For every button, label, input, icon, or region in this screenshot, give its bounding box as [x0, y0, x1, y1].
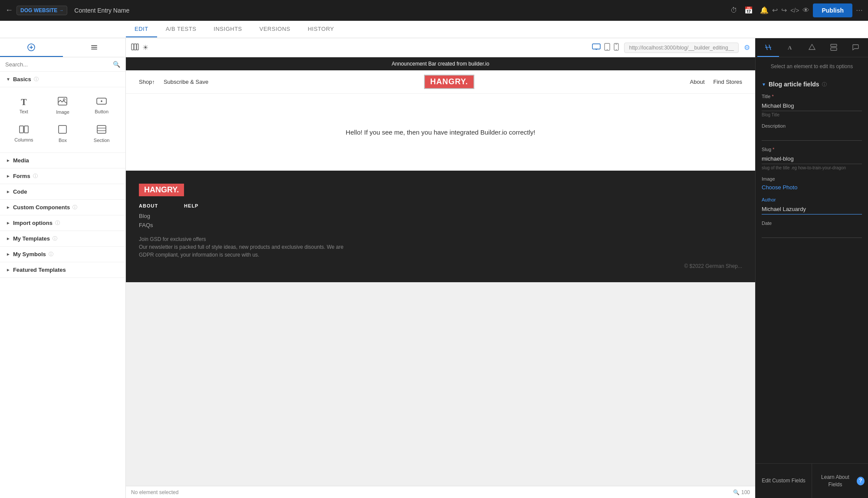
- forms-chevron-icon: ►: [6, 174, 10, 178]
- device-tools: [592, 43, 619, 53]
- basics-chevron-icon: ▼: [6, 77, 10, 82]
- import-options-section-header[interactable]: ► Import options ⓘ: [0, 215, 125, 231]
- nav-shop-link[interactable]: Shop↑: [139, 79, 155, 85]
- nav-findstores-link[interactable]: Find Stores: [713, 79, 742, 85]
- edit-custom-fields-button[interactable]: Edit Custom Fields: [756, 464, 812, 498]
- fields-help-icon[interactable]: ⓘ: [822, 81, 827, 88]
- redo-button[interactable]: ↪: [781, 6, 787, 14]
- svg-rect-9: [20, 126, 23, 133]
- zoom-icon: 🔍: [733, 489, 740, 495]
- field-input-description[interactable]: [762, 130, 862, 141]
- search-input[interactable]: [5, 61, 109, 68]
- nav-subscribe-link[interactable]: Subscribe & Save: [164, 79, 208, 85]
- tab-ab-tests[interactable]: A/B TESTS: [157, 21, 205, 37]
- footer-logo: HANGRY.: [139, 184, 184, 196]
- more-button[interactable]: ⋯: [856, 6, 863, 14]
- custom-components-label: Custom Components: [13, 204, 70, 211]
- style-icon[interactable]: ⚙: [744, 43, 750, 52]
- site-frame: Shop↑ Subscribe & Save HANGRY. About Fin…: [126, 70, 755, 171]
- tab-insights[interactable]: INSIGHTS: [205, 21, 250, 37]
- canvas-left-tools: ☀: [131, 43, 148, 52]
- right-tool-actions[interactable]: [801, 38, 822, 57]
- timer-icon[interactable]: ⏱: [730, 7, 737, 14]
- text-block[interactable]: T Text: [5, 92, 43, 119]
- sun-icon[interactable]: ☀: [142, 43, 148, 52]
- my-symbols-help-icon[interactable]: ⓘ: [49, 251, 53, 257]
- url-bar: http://localhost:3000/blog/__builder_edi…: [624, 43, 739, 53]
- left-sidebar: 🔍 ▼ Basics ⓘ T Text Image Butt: [0, 38, 126, 498]
- field-input-slug[interactable]: [762, 154, 862, 164]
- svg-rect-29: [831, 44, 837, 46]
- footer-col-help: HELP: [184, 203, 198, 231]
- footer-faqs-link[interactable]: FAQs: [139, 222, 158, 228]
- zoom-control[interactable]: 🔍 100: [733, 489, 750, 495]
- tablet-view-button[interactable]: [604, 43, 610, 53]
- canvas-frame[interactable]: Announcement Bar created from builder.io…: [126, 57, 755, 486]
- status-bar: No element selected 🔍 100: [126, 486, 755, 498]
- code-section-header[interactable]: ► Code: [0, 184, 125, 200]
- field-group-author: Author: [762, 197, 862, 214]
- media-section-header[interactable]: ► Media: [0, 153, 125, 168]
- my-templates-help-icon[interactable]: ⓘ: [53, 235, 57, 242]
- announcement-text: Announcement Bar created from builder.io: [392, 61, 490, 67]
- field-input-author[interactable]: [762, 204, 862, 214]
- back-button[interactable]: ←: [5, 6, 13, 15]
- custom-components-section-header[interactable]: ► Custom Components ⓘ: [0, 200, 125, 215]
- nav-logo: HANGRY.: [208, 75, 690, 89]
- preview-button[interactable]: 👁: [802, 7, 809, 14]
- nav-about-link[interactable]: About: [690, 79, 705, 85]
- svg-marker-28: [809, 44, 815, 49]
- announcement-bar: Announcement Bar created from builder.io: [126, 57, 755, 70]
- fields-title: Blog article fields: [769, 81, 819, 88]
- calendar-icon[interactable]: 📅: [744, 6, 753, 14]
- right-tool-text[interactable]: A: [779, 38, 801, 57]
- section-block[interactable]: Section: [83, 121, 120, 147]
- choose-photo-button[interactable]: Choose Photo: [762, 184, 797, 191]
- tab-edit[interactable]: EDIT: [126, 21, 157, 37]
- featured-templates-section-header[interactable]: ► Featured Templates: [0, 262, 125, 278]
- custom-components-help-icon[interactable]: ⓘ: [72, 204, 77, 211]
- svg-point-22: [607, 49, 608, 50]
- layers-tool[interactable]: [63, 38, 126, 57]
- button-label: Button: [95, 109, 108, 114]
- bell-icon[interactable]: 🔔: [760, 6, 769, 14]
- top-bar: ← DOG WEBSITE → Content Entry Name ⏱ 📅 🔔…: [0, 0, 868, 21]
- right-tool-style[interactable]: [757, 38, 779, 57]
- search-bar[interactable]: 🔍: [0, 57, 125, 72]
- image-block[interactable]: Image: [44, 92, 82, 119]
- tab-versions[interactable]: VERSIONS: [251, 21, 299, 37]
- field-input-date[interactable]: [762, 228, 862, 238]
- import-options-help-icon[interactable]: ⓘ: [55, 220, 60, 226]
- box-block[interactable]: Box: [44, 121, 82, 147]
- footer-blog-link[interactable]: Blog: [139, 213, 158, 219]
- basics-section-header[interactable]: ▼ Basics ⓘ: [0, 72, 125, 87]
- learn-about-fields-button[interactable]: Learn About Fields ?: [812, 464, 868, 498]
- svg-rect-4: [91, 47, 97, 48]
- my-symbols-chevron-icon: ►: [6, 252, 10, 257]
- button-block[interactable]: Button: [83, 92, 120, 119]
- forms-label: Forms: [13, 173, 30, 179]
- tab-history[interactable]: HISTORY: [299, 21, 343, 37]
- right-tool-comments[interactable]: [845, 38, 866, 57]
- add-block-tool[interactable]: [0, 38, 63, 57]
- learn-about-fields-label: Learn About Fields: [815, 474, 855, 488]
- svg-rect-12: [97, 125, 106, 133]
- field-input-title[interactable]: [762, 101, 862, 111]
- forms-help-icon[interactable]: ⓘ: [33, 173, 38, 179]
- tab-bar: EDIT A/B TESTS INSIGHTS VERSIONS HISTORY: [0, 21, 868, 38]
- publish-button[interactable]: Publish: [813, 3, 852, 17]
- my-symbols-section-header[interactable]: ► My Symbols ⓘ: [0, 247, 125, 262]
- forms-section-header[interactable]: ► Forms ⓘ: [0, 168, 125, 184]
- desktop-view-button[interactable]: [592, 43, 601, 52]
- columns-block[interactable]: Columns: [5, 121, 43, 147]
- my-templates-section-header[interactable]: ► My Templates ⓘ: [0, 231, 125, 247]
- right-tool-layout[interactable]: [823, 38, 845, 57]
- basics-label: Basics: [13, 76, 31, 82]
- grid-view-button[interactable]: [131, 43, 139, 52]
- svg-rect-16: [134, 44, 136, 50]
- code-view-button[interactable]: </>: [790, 7, 799, 14]
- mobile-view-button[interactable]: [614, 43, 619, 53]
- undo-button[interactable]: ↩: [772, 6, 778, 14]
- basics-help-icon[interactable]: ⓘ: [34, 76, 39, 82]
- site-badge[interactable]: DOG WEBSITE →: [16, 6, 67, 15]
